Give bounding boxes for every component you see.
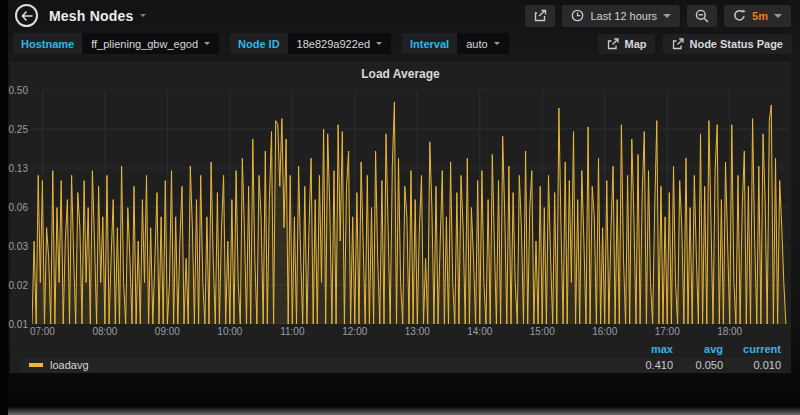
share-export-icon <box>533 9 547 22</box>
variable-hostname: Hostname ff_pliening_gbw_egod <box>13 33 219 54</box>
clock-icon <box>571 9 584 22</box>
node-status-page-link-button[interactable]: Node Status Page <box>663 34 792 54</box>
x-tick-label: 08:00 <box>92 326 117 337</box>
legend-header-current[interactable]: current <box>723 343 781 355</box>
series-color-swatch[interactable] <box>29 363 43 367</box>
chevron-down-icon <box>204 42 210 45</box>
series-name[interactable]: loadavg <box>50 359 89 371</box>
zoom-out-button[interactable] <box>687 5 717 27</box>
variable-hostname-label: Hostname <box>13 33 82 54</box>
variable-hostname-value: ff_pliening_gbw_egod <box>91 38 198 50</box>
map-link-button[interactable]: Map <box>598 34 655 54</box>
x-tick-label: 17:00 <box>655 326 680 337</box>
variable-hostname-value-dropdown[interactable]: ff_pliening_gbw_egod <box>82 33 219 54</box>
y-tick-label: 0.50 <box>9 85 28 96</box>
time-range-label: Last 12 hours <box>590 10 657 22</box>
panel-title[interactable]: Load Average <box>10 62 791 86</box>
variable-interval: Interval auto <box>402 33 509 54</box>
legend-header-max[interactable]: max <box>623 343 673 355</box>
y-tick-label: 0.02 <box>9 280 28 291</box>
y-axis-labels: 0.500.250.130.060.030.020.01 <box>10 90 29 324</box>
x-tick-label: 15:00 <box>530 326 555 337</box>
series-avg-value: 0.050 <box>673 359 723 371</box>
x-axis-labels: 07:0008:0009:0010:0011:0012:0013:0014:00… <box>32 326 788 339</box>
variable-nodeid-value: 18e829a922ed <box>297 38 370 50</box>
y-tick-label: 0.03 <box>9 241 28 252</box>
variable-nodeid: Node ID 18e829a922ed <box>230 33 391 54</box>
y-tick-label: 0.13 <box>9 163 28 174</box>
y-tick-label: 0.25 <box>9 124 28 135</box>
x-tick-label: 07:00 <box>30 326 55 337</box>
y-tick-label: 0.06 <box>9 202 28 213</box>
y-tick-label: 0.01 <box>9 319 28 330</box>
variable-interval-label: Interval <box>402 33 457 54</box>
x-tick-label: 16:00 <box>592 326 617 337</box>
refresh-picker[interactable]: 5m <box>724 5 791 27</box>
x-tick-label: 10:00 <box>217 326 242 337</box>
external-link-icon <box>672 38 684 50</box>
node-status-page-link-label: Node Status Page <box>689 38 783 50</box>
variable-interval-value-dropdown[interactable]: auto <box>457 33 508 54</box>
window-left-edge <box>0 0 8 415</box>
series-current-value: 0.010 <box>723 359 781 371</box>
external-link-icon <box>607 38 619 50</box>
x-tick-label: 14:00 <box>467 326 492 337</box>
refresh-icon <box>733 9 746 22</box>
back-button[interactable] <box>15 4 38 27</box>
series-max-value: 0.410 <box>623 359 673 371</box>
refresh-interval-label: 5m <box>752 10 768 22</box>
legend-series-row: loadavg 0.410 0.050 0.010 <box>20 357 781 373</box>
x-tick-label: 12:00 <box>342 326 367 337</box>
variable-nodeid-value-dropdown[interactable]: 18e829a922ed <box>288 33 391 54</box>
time-range-caret-icon <box>663 14 671 18</box>
dashboard-title-caret-icon[interactable] <box>140 14 146 17</box>
map-link-label: Map <box>624 38 646 50</box>
dashboard-submenu: Hostname ff_pliening_gbw_egod Node ID 18… <box>8 33 792 54</box>
x-tick-label: 13:00 <box>405 326 430 337</box>
magnifier-minus-icon <box>695 9 709 23</box>
arrow-left-icon <box>21 11 33 21</box>
chevron-down-icon <box>494 42 500 45</box>
time-range-picker[interactable]: Last 12 hours <box>562 5 680 27</box>
x-tick-label: 09:00 <box>155 326 180 337</box>
share-button[interactable] <box>525 5 555 27</box>
legend-header-avg[interactable]: avg <box>673 343 723 355</box>
variable-nodeid-label: Node ID <box>230 33 288 54</box>
x-tick-label: 18:00 <box>717 326 742 337</box>
loadavg-time-series-chart[interactable] <box>32 90 788 324</box>
chart-legend: max avg current loadavg 0.410 0.050 0.01… <box>20 342 781 373</box>
chevron-down-icon <box>376 42 382 45</box>
refresh-caret-icon <box>774 14 782 18</box>
load-average-panel: Load Average 0.500.250.130.060.030.020.0… <box>10 62 791 373</box>
top-navbar: Mesh Nodes Last 12 hours 5m <box>8 0 800 31</box>
x-tick-label: 11:00 <box>280 326 304 337</box>
variable-interval-value: auto <box>466 38 487 50</box>
dashboard-title[interactable]: Mesh Nodes <box>49 8 133 24</box>
legend-stat-headers: max avg current <box>20 342 781 355</box>
chart-plot-area[interactable] <box>32 90 788 324</box>
